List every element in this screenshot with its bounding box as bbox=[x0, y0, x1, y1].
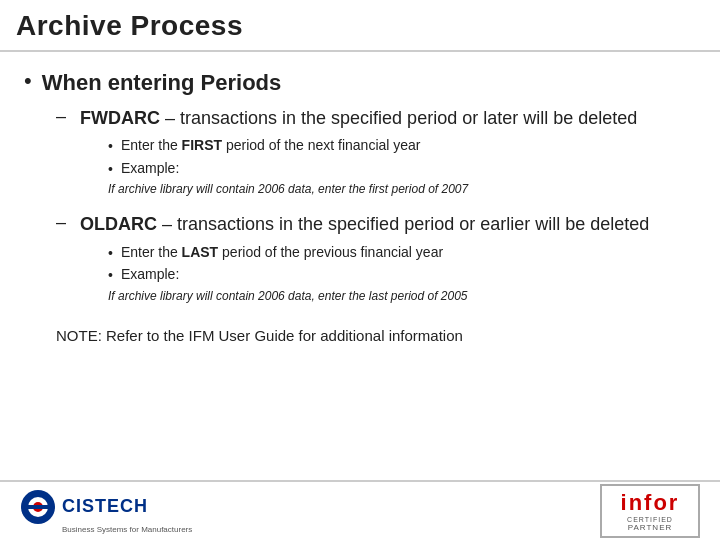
page-title: Archive Process bbox=[16, 10, 704, 42]
oldarc-text: OLDARC – transactions in the specified p… bbox=[80, 214, 649, 234]
main-bullet-item: • When entering Periods bbox=[24, 70, 696, 96]
oldarc-content: OLDARC – transactions in the specified p… bbox=[80, 212, 649, 310]
infor-certified: CERTIFIED bbox=[627, 516, 673, 523]
oldarc-desc: – transactions in the specified period o… bbox=[157, 214, 649, 234]
infor-logo: infor CERTIFIED PARTNER bbox=[600, 484, 700, 538]
oldarc-example-note: If archive library will contain 2006 dat… bbox=[108, 288, 649, 305]
fwdarc-bullet-2-dot: • bbox=[108, 161, 113, 177]
fwdarc-bullet-1-text: Enter the FIRST period of the next finan… bbox=[121, 136, 421, 156]
fwdarc-bullet-1-dot: • bbox=[108, 138, 113, 154]
fwdarc-content: FWDARC – transactions in the specified p… bbox=[80, 106, 637, 204]
fwdarc-bullet-2: • Example: bbox=[108, 159, 637, 179]
sub-sections: – FWDARC – transactions in the specified… bbox=[56, 106, 696, 311]
fwdarc-dash: – bbox=[56, 106, 70, 127]
cistech-icon bbox=[20, 489, 56, 525]
cistech-name: CISTECH bbox=[62, 496, 148, 517]
main-content: • When entering Periods – FWDARC – trans… bbox=[0, 52, 720, 356]
fwdarc-example-note: If archive library will contain 2006 dat… bbox=[108, 181, 637, 198]
fwdarc-text: FWDARC – transactions in the specified p… bbox=[80, 108, 637, 128]
footer: CISTECH Business Systems for Manufacture… bbox=[0, 480, 720, 540]
cistech-tagline: Business Systems for Manufacturers bbox=[62, 525, 192, 534]
oldarc-dash: – bbox=[56, 212, 70, 233]
oldarc-bullet-2-text: Example: bbox=[121, 265, 179, 285]
oldarc-bullet-1: • Enter the LAST period of the previous … bbox=[108, 243, 649, 263]
fwdarc-section: – FWDARC – transactions in the specified… bbox=[56, 106, 696, 204]
cistech-top: CISTECH bbox=[20, 489, 148, 525]
oldarc-bullet-1-dot: • bbox=[108, 245, 113, 261]
main-bullet-dot: • bbox=[24, 68, 32, 94]
fwdarc-bullet-1: • Enter the FIRST period of the next fin… bbox=[108, 136, 637, 156]
oldarc-bullet-2: • Example: bbox=[108, 265, 649, 285]
oldarc-section: – OLDARC – transactions in the specified… bbox=[56, 212, 696, 310]
bottom-note: NOTE: Refer to the IFM User Guide for ad… bbox=[56, 325, 696, 346]
fwdarc-bullets: • Enter the FIRST period of the next fin… bbox=[108, 136, 637, 178]
svg-rect-3 bbox=[24, 505, 52, 509]
page-header: Archive Process bbox=[0, 0, 720, 52]
oldarc-bullet-1-text: Enter the LAST period of the previous fi… bbox=[121, 243, 443, 263]
oldarc-label: OLDARC bbox=[80, 214, 157, 234]
infor-partner: PARTNER bbox=[628, 523, 673, 532]
cistech-logo: CISTECH Business Systems for Manufacture… bbox=[20, 489, 192, 534]
fwdarc-desc: – transactions in the specified period o… bbox=[160, 108, 637, 128]
oldarc-bullets: • Enter the LAST period of the previous … bbox=[108, 243, 649, 285]
infor-name: infor bbox=[621, 490, 680, 516]
fwdarc-bullet-2-text: Example: bbox=[121, 159, 179, 179]
main-bullet-text: When entering Periods bbox=[42, 70, 282, 96]
oldarc-bullet-2-dot: • bbox=[108, 267, 113, 283]
fwdarc-label: FWDARC bbox=[80, 108, 160, 128]
